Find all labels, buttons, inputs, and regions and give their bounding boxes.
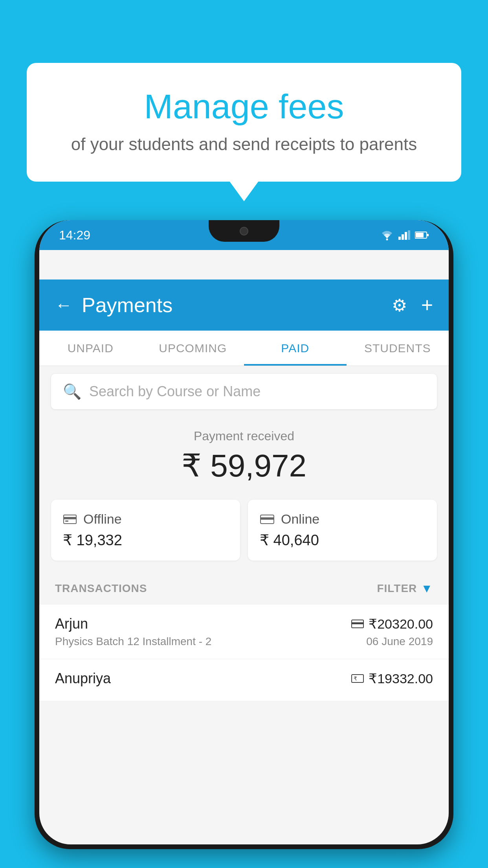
app-header: ← Payments ⚙ +	[39, 280, 449, 331]
tab-paid[interactable]: PAID	[244, 331, 347, 366]
settings-icon[interactable]: ⚙	[392, 295, 407, 315]
transaction-item-2[interactable]: Anupriya ₹ ₹19332.00	[39, 659, 449, 701]
header-right: ⚙ +	[392, 293, 433, 317]
offline-card-type: Offline	[83, 511, 122, 527]
transaction-amount-2: ₹19332.00	[369, 671, 433, 686]
transaction-name-1: Arjun	[55, 616, 88, 632]
offline-card-header: Offline	[63, 511, 228, 527]
bubble-title: Manage fees	[58, 86, 430, 127]
wifi-icon	[380, 230, 394, 241]
svg-rect-1	[398, 237, 401, 240]
online-payment-card: Online ₹ 40,640	[248, 500, 437, 561]
transaction-amount-row-1: ₹20320.00	[351, 616, 433, 632]
add-button[interactable]: +	[421, 293, 433, 317]
transaction-list: Arjun ₹20320.00 Physics Batch 12 Install…	[39, 605, 449, 701]
payment-received-amount: ₹ 59,972	[51, 447, 437, 484]
payment-received-section: Payment received ₹ 59,972	[39, 417, 449, 492]
offline-icon	[63, 513, 77, 525]
phone-notch	[209, 220, 279, 242]
transaction-amount-1: ₹20320.00	[369, 616, 433, 632]
svg-rect-9	[64, 517, 76, 519]
filter-button[interactable]: FILTER ▼	[377, 582, 433, 595]
online-card-amount: ₹ 40,640	[260, 531, 425, 549]
filter-label: FILTER	[377, 582, 417, 595]
transaction-item[interactable]: Arjun ₹20320.00 Physics Batch 12 Install…	[39, 605, 449, 659]
back-button[interactable]: ←	[55, 295, 72, 315]
online-card-type: Online	[281, 511, 319, 527]
camera	[240, 227, 248, 235]
transactions-header: TRANSACTIONS FILTER ▼	[39, 572, 449, 605]
cash-payment-icon: ₹	[351, 674, 364, 683]
svg-rect-4	[408, 230, 410, 240]
search-icon: 🔍	[63, 383, 81, 400]
transaction-name-2: Anupriya	[55, 670, 111, 687]
offline-card-amount: ₹ 19,332	[63, 531, 228, 549]
tabs-bar: UNPAID UPCOMING PAID STUDENTS	[39, 331, 449, 366]
transaction-amount-row-2: ₹ ₹19332.00	[351, 671, 433, 686]
online-card-header: Online	[260, 511, 425, 527]
online-icon	[260, 514, 275, 525]
phone-container: 14:29	[35, 220, 453, 868]
svg-point-0	[386, 239, 388, 241]
svg-rect-14	[352, 622, 363, 624]
status-icons	[380, 230, 429, 241]
svg-rect-7	[427, 234, 429, 236]
svg-rect-6	[416, 233, 424, 237]
transaction-date-1: 06 June 2019	[366, 635, 433, 648]
phone-screen: 14:29	[39, 220, 449, 844]
svg-rect-2	[402, 234, 404, 240]
transactions-label: TRANSACTIONS	[55, 582, 147, 595]
offline-payment-card: Offline ₹ 19,332	[51, 500, 240, 561]
speech-bubble-container: Manage fees of your students and send re…	[27, 63, 461, 182]
transaction-course-1: Physics Batch 12 Installment - 2	[55, 635, 211, 648]
status-time: 14:29	[59, 228, 90, 243]
screen-content: 14:29	[39, 220, 449, 844]
bubble-subtitle: of your students and send receipts to pa…	[58, 134, 430, 154]
battery-icon	[415, 231, 429, 239]
tab-unpaid[interactable]: UNPAID	[39, 331, 142, 366]
card-payment-icon	[351, 619, 364, 629]
transaction-row-2: Anupriya ₹ ₹19332.00	[55, 670, 433, 687]
transaction-detail-1: Physics Batch 12 Installment - 2 06 June…	[55, 635, 433, 648]
payment-received-label: Payment received	[51, 429, 437, 443]
search-input[interactable]: Search by Course or Name	[89, 383, 261, 400]
transaction-row-1: Arjun ₹20320.00	[55, 616, 433, 632]
tab-students[interactable]: STUDENTS	[347, 331, 449, 366]
svg-rect-10	[65, 520, 68, 522]
speech-bubble: Manage fees of your students and send re…	[27, 63, 461, 182]
header-left: ← Payments	[55, 293, 172, 317]
tab-upcoming[interactable]: UPCOMING	[142, 331, 244, 366]
search-container: 🔍 Search by Course or Name	[39, 366, 449, 417]
header-title: Payments	[82, 293, 172, 317]
payment-cards-row: Offline ₹ 19,332 Online ₹	[39, 492, 449, 572]
svg-text:₹: ₹	[354, 675, 357, 682]
phone-frame: 14:29	[35, 220, 453, 849]
signal-icon	[398, 230, 410, 240]
filter-icon: ▼	[421, 582, 433, 595]
search-box[interactable]: 🔍 Search by Course or Name	[51, 374, 437, 409]
svg-rect-12	[261, 517, 274, 520]
svg-rect-3	[405, 232, 407, 240]
